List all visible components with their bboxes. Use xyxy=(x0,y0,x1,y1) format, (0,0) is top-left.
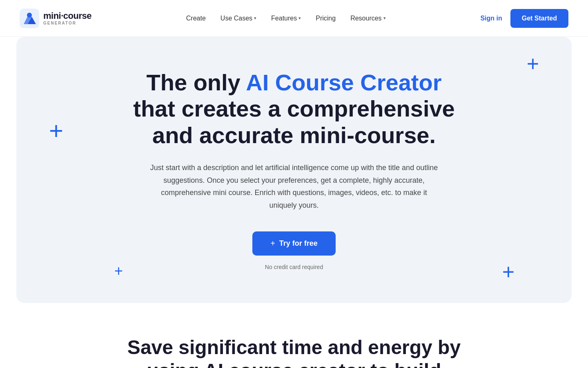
nav-item-create[interactable]: Create xyxy=(186,15,206,22)
decorative-plus-bottom-right: + xyxy=(502,261,514,283)
hero-section: + + + + The only AI Course Creator that … xyxy=(16,37,572,303)
chevron-down-icon: ▾ xyxy=(298,16,301,21)
logo-name: mini·course xyxy=(43,11,91,21)
logo-text: mini·course GENERATOR xyxy=(43,11,91,25)
decorative-plus-top-right: + xyxy=(527,53,539,74)
nav-actions: Sign in Get Started xyxy=(480,9,568,28)
svg-point-3 xyxy=(27,13,32,18)
nav-item-use-cases[interactable]: Use Cases ▾ xyxy=(220,15,256,22)
decorative-plus-left-mid: + xyxy=(49,119,63,143)
nav-link-create[interactable]: Create xyxy=(186,15,206,22)
section2-headline: Save significant time and energy by usin… xyxy=(110,336,478,368)
section2: Save significant time and energy by usin… xyxy=(0,303,588,368)
nav-item-resources[interactable]: Resources ▾ xyxy=(350,15,385,22)
logo[interactable]: mini·course GENERATOR xyxy=(20,9,91,28)
sign-in-button[interactable]: Sign in xyxy=(480,15,502,22)
nav-link-features[interactable]: Features ▾ xyxy=(271,15,301,22)
nav-item-pricing[interactable]: Pricing xyxy=(316,15,336,22)
hero-headline: The only AI Course Creator that creates … xyxy=(131,70,457,148)
hero-cta-area: + Try for free No credit card required xyxy=(252,231,336,270)
try-for-free-button[interactable]: + Try for free xyxy=(252,231,336,256)
navbar: mini·course GENERATOR Create Use Cases ▾… xyxy=(0,0,588,37)
get-started-button[interactable]: Get Started xyxy=(510,9,568,28)
nav-link-resources[interactable]: Resources ▾ xyxy=(350,15,385,22)
plus-icon: + xyxy=(270,239,275,248)
nav-link-use-cases[interactable]: Use Cases ▾ xyxy=(220,15,256,22)
nav-links: Create Use Cases ▾ Features ▾ Pricing Re… xyxy=(186,15,386,22)
no-credit-label: No credit card required xyxy=(252,264,336,270)
nav-item-features[interactable]: Features ▾ xyxy=(271,15,301,22)
logo-sub: GENERATOR xyxy=(43,21,91,25)
hero-description: Just start with a description and let ar… xyxy=(147,162,441,211)
chevron-down-icon: ▾ xyxy=(254,16,256,21)
chevron-down-icon: ▾ xyxy=(383,16,386,21)
logo-icon xyxy=(20,9,39,28)
nav-link-pricing[interactable]: Pricing xyxy=(316,15,336,22)
decorative-plus-bottom-left: + xyxy=(114,264,123,278)
